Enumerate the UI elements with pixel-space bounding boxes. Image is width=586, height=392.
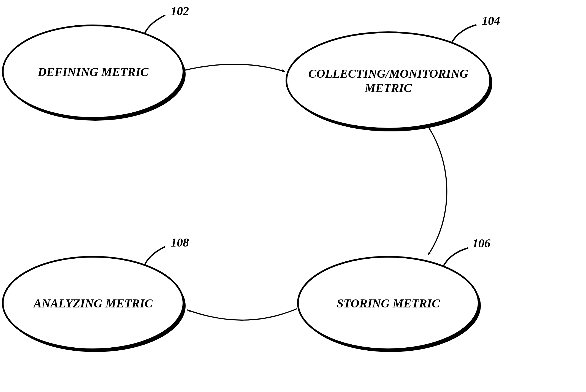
label-defining: 102 (145, 4, 189, 34)
node-storing-text: STORING METRIC (337, 297, 440, 310)
arrow-storing-to-analyzing (187, 309, 297, 320)
node-collecting-metric: COLLECTING/MONITORING METRIC (286, 32, 492, 131)
arrow-collecting-to-storing (428, 127, 447, 255)
node-collecting-line1: COLLECTING/MONITORING (308, 67, 468, 80)
label-storing: 106 (443, 237, 490, 266)
flow-diagram: DEFINING METRIC 102 COLLECTING/MONITORIN… (0, 0, 586, 392)
label-defining-text: 102 (171, 4, 189, 18)
label-collecting: 104 (452, 14, 500, 43)
node-collecting-line2: METRIC (364, 81, 412, 95)
svg-point-3 (286, 32, 490, 129)
node-analyzing-text: ANALYZING METRIC (33, 297, 153, 310)
node-storing-metric: STORING METRIC (298, 257, 481, 352)
node-analyzing-metric: ANALYZING METRIC (3, 257, 186, 352)
label-analyzing-text: 108 (171, 236, 189, 249)
label-storing-text: 106 (472, 237, 490, 250)
label-analyzing: 108 (145, 236, 189, 265)
arrow-defining-to-collecting (185, 64, 285, 72)
node-defining-text: DEFINING METRIC (37, 65, 149, 79)
label-collecting-text: 104 (482, 14, 500, 28)
node-defining-metric: DEFINING METRIC (3, 25, 186, 121)
